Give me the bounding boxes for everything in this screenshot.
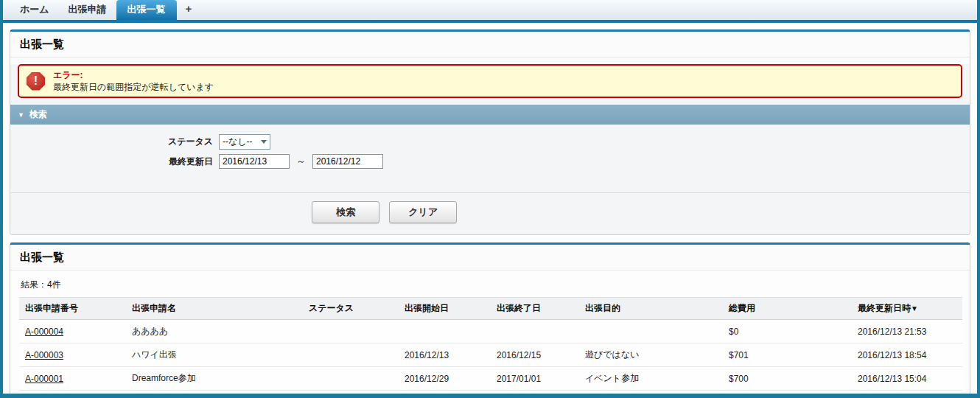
search-panel-body: ! エラー: 最終更新日の範囲指定が逆転しています ▼ 検索 ステータス --な… [10, 64, 970, 234]
table-row: A-000002 WorldTour 2016/12/19 2016/12/20… [19, 391, 962, 398]
status-select[interactable]: --なし-- [219, 134, 270, 150]
cell-purpose: イベント参加 [579, 367, 723, 391]
cell-purpose: 遊びではない [579, 343, 723, 367]
col-header-total-cost[interactable]: 総費用 [723, 298, 852, 320]
results-panel: 出張一覧 結果：4件 出張申請番号 出張申請名 ステータス 出張開始日 [10, 242, 970, 398]
chevron-down-icon [261, 140, 267, 144]
results-panel-body: 結果：4件 出張申請番号 出張申請名 ステータス 出張開始日 出張終了日 [10, 270, 970, 398]
clear-button[interactable]: クリア [389, 201, 457, 223]
error-text-block: エラー: 最終更新日の範囲指定が逆転しています [53, 69, 214, 93]
search-form: ステータス --なし-- 最終更新日 ～ [10, 125, 970, 192]
request-number-link[interactable]: A-000003 [25, 350, 63, 360]
cell-updated: 2016/12/13 21:53 [852, 320, 962, 343]
cell-end: 2017/01/01 [491, 367, 579, 391]
button-row: 検索 クリア [10, 193, 759, 234]
table-row: A-000004 ああああ $0 2016/12/13 21:53 [19, 320, 962, 343]
status-select-value: --なし-- [223, 136, 253, 148]
status-row: ステータス --なし-- [10, 134, 970, 150]
cell-name: WorldTour [126, 391, 303, 398]
cell-start: 2016/12/13 [399, 343, 491, 367]
col-header-request-name[interactable]: 出張申請名 [126, 298, 303, 320]
date-from-input[interactable] [219, 154, 290, 169]
error-box: ! エラー: 最終更新日の範囲指定が逆転しています [18, 64, 962, 98]
date-range-separator: ～ [296, 155, 306, 168]
error-title: エラー: [53, 69, 214, 81]
col-header-request-number[interactable]: 出張申請番号 [19, 298, 126, 320]
cell-name: Dreamforce参加 [126, 367, 303, 391]
cell-start: 2016/12/29 [399, 367, 491, 391]
results-panel-title: 出張一覧 [10, 245, 970, 270]
search-section-header[interactable]: ▼ 検索 [10, 105, 970, 125]
search-button[interactable]: 検索 [312, 201, 379, 223]
cell-end: 2016/12/20 [491, 391, 579, 398]
add-tab-button[interactable]: + [177, 0, 201, 20]
col-header-end-date[interactable]: 出張終了日 [491, 298, 579, 320]
cell-updated: 2016/12/13 15:02 [852, 391, 962, 398]
cell-status [303, 391, 399, 398]
cell-end [491, 320, 579, 343]
error-message: 最終更新日の範囲指定が逆転しています [53, 81, 214, 93]
cell-cost: $701 [723, 391, 852, 398]
cell-status [303, 343, 399, 367]
collapse-triangle-icon: ▼ [18, 111, 24, 119]
cell-cost: $701 [723, 343, 852, 367]
search-panel: 出張一覧 ! エラー: 最終更新日の範囲指定が逆転しています ▼ 検索 ステータ… [10, 29, 970, 235]
table-row: A-000003 ハワイ出張 2016/12/13 2016/12/15 遊びで… [19, 343, 962, 367]
page-content: 出張一覧 ! エラー: 最終更新日の範囲指定が逆転しています ▼ 検索 ステータ… [3, 23, 977, 398]
col-header-last-updated[interactable]: 最終更新日時▼ [852, 298, 962, 320]
cell-updated: 2016/12/13 18:54 [852, 343, 962, 367]
cell-cost: $700 [723, 367, 852, 391]
tab-bar: ホーム 出張申請 出張一覧 + [3, 0, 977, 23]
cell-name: ハワイ出張 [126, 343, 303, 367]
cell-start: 2016/12/19 [399, 391, 491, 398]
search-panel-title: 出張一覧 [10, 32, 970, 57]
tab-home[interactable]: ホーム [10, 0, 59, 20]
cell-purpose [579, 320, 723, 343]
last-updated-row: 最終更新日 ～ [10, 154, 970, 169]
result-count: 結果：4件 [21, 279, 961, 291]
cell-updated: 2016/12/13 15:04 [852, 367, 962, 391]
cell-name: ああああ [126, 320, 303, 343]
cell-status [303, 367, 399, 391]
col-header-start-date[interactable]: 出張開始日 [399, 298, 491, 320]
col-header-purpose[interactable]: 出張目的 [579, 298, 723, 320]
last-updated-label: 最終更新日 [10, 156, 219, 168]
cell-start [399, 320, 491, 343]
col-header-status[interactable]: ステータス [303, 298, 399, 320]
app-frame: ホーム 出張申請 出張一覧 + 出張一覧 ! エラー: 最終更新日の範囲指定が逆… [0, 0, 980, 398]
status-label: ステータス [10, 136, 219, 148]
cell-purpose: 観光 [579, 391, 723, 398]
error-icon: ! [27, 72, 45, 91]
results-table: 出張申請番号 出張申請名 ステータス 出張開始日 出張終了日 出張目的 総費用 … [19, 297, 962, 398]
date-to-input[interactable] [312, 154, 383, 169]
table-header-row: 出張申請番号 出張申請名 ステータス 出張開始日 出張終了日 出張目的 総費用 … [19, 298, 962, 320]
tab-trip-list[interactable]: 出張一覧 [116, 0, 177, 20]
col-header-last-updated-label: 最終更新日時 [858, 303, 911, 313]
table-row: A-000001 Dreamforce参加 2016/12/29 2017/01… [19, 367, 962, 391]
tab-trip-request[interactable]: 出張申請 [59, 0, 116, 20]
cell-cost: $0 [723, 320, 852, 343]
cell-status [303, 320, 399, 343]
cell-end: 2016/12/15 [491, 343, 579, 367]
request-number-link[interactable]: A-000001 [25, 374, 63, 384]
sort-desc-icon: ▼ [911, 304, 918, 313]
request-number-link[interactable]: A-000004 [25, 327, 63, 337]
search-section-label: 検索 [29, 108, 47, 121]
